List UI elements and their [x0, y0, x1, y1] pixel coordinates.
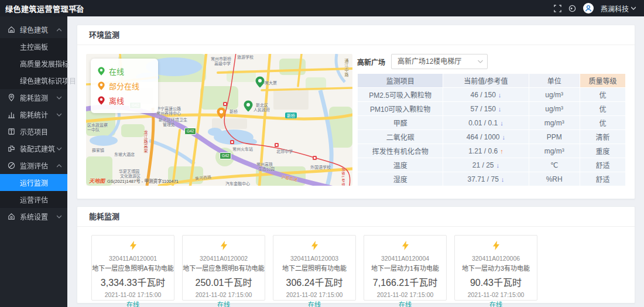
lightning-icon	[402, 241, 409, 250]
sidebar-item-energy-stats[interactable]: 能耗统计	[0, 106, 67, 123]
device-name: 地下一层动力3有功电能	[455, 263, 537, 272]
device-code: 320411A0120002	[183, 255, 265, 262]
home-icon	[8, 26, 15, 33]
col-header-value: 当前值/参考值	[443, 74, 528, 87]
map-place-label: 旅游学校	[237, 55, 254, 59]
build-icon	[8, 145, 15, 152]
user-avatar[interactable]	[583, 3, 594, 13]
energy-monitor-panel: 能耗监测 320411A0120001 地下一层应急照明A有功电能 3,334.…	[77, 206, 635, 303]
device-code: 320411A0120004	[364, 255, 446, 262]
cell-item: 湿度	[358, 172, 443, 186]
cell-grade: 优	[580, 102, 625, 115]
sidebar-item-system-settings[interactable]: 系统设置	[0, 208, 67, 225]
trend-down-icon: ↓	[496, 162, 500, 169]
cell-unit: PPM	[529, 130, 580, 144]
bar-chart-icon	[8, 111, 15, 118]
sidebar-item-monitor-evaluate[interactable]: 监测评估	[0, 157, 67, 174]
sidebar-group-green-building: 主控画板 高质量发展指标 绿色建筑标识项目	[0, 38, 67, 89]
sidebar-item-dashboard[interactable]: 主控画板	[0, 38, 67, 55]
room-select[interactable]: 高新广场12楼电梯厅	[391, 54, 488, 69]
energy-card[interactable]: 320411A0120006 地下一层动力3有功电能 90.43千瓦时 2021…	[454, 235, 537, 301]
reading-time: 2021-11-02 17:15:00	[273, 291, 355, 298]
metro-station-icon	[230, 140, 234, 144]
menu-fold-icon[interactable]	[73, 4, 81, 12]
map-place-label: 人民政府	[254, 108, 270, 112]
partial-online-pin[interactable]	[217, 107, 226, 119]
map-place-label: 一中队	[87, 128, 100, 132]
user-menu[interactable]: 燕澜科技	[601, 4, 636, 13]
reading-time: 2021-11-02 17:15:00	[92, 291, 174, 298]
map-legend: 在线 部分在线 离线	[91, 59, 158, 113]
sidebar-item-prefab-building[interactable]: 装配式建筑	[0, 140, 67, 157]
g42-badge: G42	[184, 128, 196, 135]
caret-down-icon	[631, 6, 636, 10]
lightning-icon	[492, 241, 500, 250]
energy-value: 250.01千瓦时	[183, 275, 265, 289]
map-place-label: 北郊中学	[276, 149, 293, 154]
online-pin[interactable]	[244, 100, 253, 112]
energy-card[interactable]: 320411A0120003 地下二层照明有功电能 306.24千瓦时 2021…	[273, 235, 356, 301]
online-pin[interactable]	[255, 76, 265, 88]
pin-icon	[98, 81, 105, 90]
sidebar-item-demo-projects[interactable]: 示范项目	[0, 123, 67, 140]
cell-item: PM2.5可吸入颗粒物	[358, 88, 443, 101]
metro-station-icon	[223, 102, 227, 106]
map-place-label: 新北区环境卫生	[159, 118, 187, 122]
sidebar-item-energy-monitor[interactable]: 能耗监测	[0, 89, 67, 106]
project-map[interactable]: G42 G42 G42 新桥 黄河西路 沪蓉高速 地铁1号线 龙江路高架 通江中…	[86, 54, 352, 186]
env-table: 监测项目 当前值/参考值 单位 质量等级 PM2.5可吸入颗粒物 46 / 15…	[357, 73, 626, 186]
cell-value: 1.21 / 0.6↑	[443, 144, 528, 158]
sidebar-item-green-building[interactable]: 绿色建筑	[0, 21, 67, 38]
cell-unit: mg/m³	[529, 116, 580, 129]
fullscreen-icon[interactable]	[554, 5, 561, 12]
lightning-icon	[220, 241, 228, 250]
road-label: 通江中路	[344, 59, 348, 77]
cell-value: 464 / 1000↓	[443, 130, 528, 144]
cell-grade: 优	[580, 88, 625, 101]
cell-unit: %RH	[529, 172, 580, 186]
app-title: 绿色建筑运营管理平台	[0, 3, 67, 14]
env-table-row: 二氧化碳 464 / 1000↓ PPM 清新	[358, 130, 625, 144]
top-bar: 绿色建筑运营管理平台 燕澜科技	[0, 0, 644, 16]
trend-down-icon: ↓	[502, 134, 506, 141]
energy-panel-title: 能耗监测	[77, 207, 635, 227]
energy-card[interactable]: 320411A0120001 地下一层应急照明A有功电能 3,334.33千瓦时…	[91, 235, 174, 301]
cell-unit: ℃	[529, 158, 580, 172]
map-pin-icon	[8, 94, 15, 101]
cell-unit: mg/m³	[529, 144, 580, 158]
env-data-area: 高新广场 高新广场12楼电梯厅 监测项目 当前值/参考值 单位 质量等级	[357, 54, 626, 186]
tianditu-logo: 天地图	[89, 177, 105, 185]
trend-down-icon: ↓	[498, 105, 502, 112]
sidebar-item-operation-evaluate[interactable]: 运营评估	[0, 191, 67, 208]
energy-card[interactable]: 320411A0120002 地下一层应急照明B有功电能 250.01千瓦时 2…	[182, 235, 265, 301]
map-place-label: 生态公园	[258, 167, 275, 171]
map-place-label: 华夏艺博园	[119, 169, 139, 173]
map-place-label: 外国语学校	[310, 165, 331, 169]
device-name: 地下一层应急照明B有功电能	[183, 263, 265, 272]
energy-value: 90.43千瓦时	[455, 275, 537, 289]
env-table-row: 挥发性有机化合物 1.21 / 0.6↑ mg/m³ 重度	[358, 144, 625, 158]
map-place-label: 新北区	[256, 103, 268, 107]
lightning-icon	[311, 241, 318, 250]
sidebar-item-run-monitor[interactable]: 运行监测	[0, 174, 67, 191]
cell-item: PM10可吸入颗粒物	[358, 102, 443, 115]
device-name: 地下二层照明有功电能	[273, 263, 355, 272]
sidebar-item-quality-index[interactable]: 高质量发展指标	[0, 55, 67, 72]
env-table-header-row: 监测项目 当前值/参考值 单位 质量等级	[358, 74, 625, 87]
trend-up-icon: ↑	[500, 148, 503, 155]
energy-value: 3,334.33千瓦时	[92, 275, 174, 289]
energy-card[interactable]: 320411A0120004 地下一层动力1有功电能 7,166.21千瓦时 2…	[364, 235, 447, 301]
chevron-down-icon	[57, 147, 61, 151]
trend-down-icon: ↓	[498, 91, 502, 98]
trend-down-icon: ↓	[501, 176, 505, 183]
main-content: 环境监测	[67, 16, 644, 303]
legend-online: 在线	[98, 64, 151, 79]
status-badge: 在线	[92, 299, 174, 307]
map-place-label: 高级中学	[214, 62, 231, 66]
env-table-row: PM10可吸入颗粒物 57 / 150↓ ug/m³ 优	[358, 102, 625, 115]
settings-icon[interactable]	[568, 5, 576, 12]
sidebar-item-label-projects[interactable]: 绿色建筑标识项目	[0, 72, 67, 89]
pin-icon	[98, 67, 105, 76]
device-name: 地下一层动力1有功电能	[364, 263, 446, 272]
env-table-row: 湿度 37.71 / 75↓ %RH 舒适	[358, 172, 625, 186]
